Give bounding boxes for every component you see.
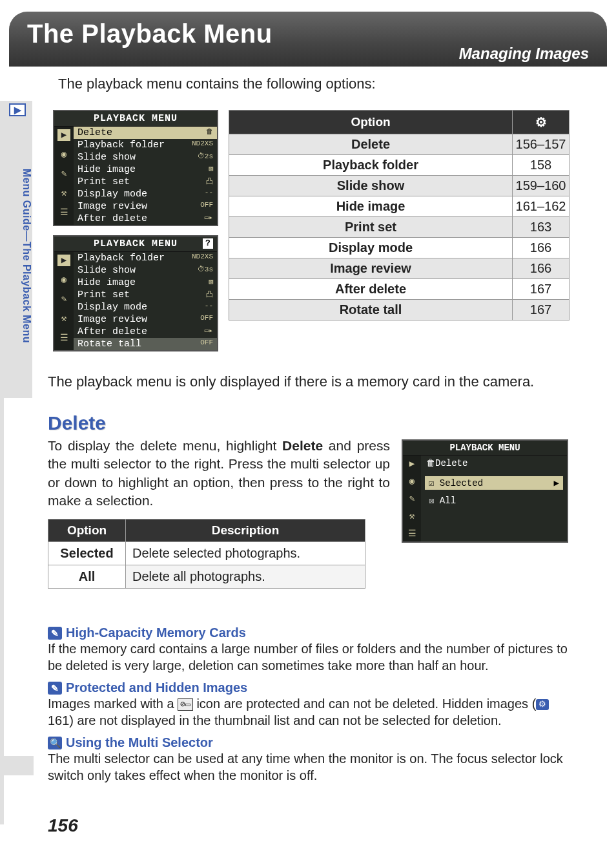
wrench-tab-icon: ⚒ [57,313,70,324]
menu-item: Image reviewOFF [74,313,217,326]
delete-submenu-title: 🗑Delete [425,457,563,472]
intro-text: The playback menu contains the following… [58,76,571,92]
help-icon: ? [203,238,213,249]
menu-item: Hide image▧ [74,163,217,176]
playback-menu-screenshot-1: PLAYBACK MENU ▶ ◉ ✎ ⚒ ☰ Delete🗑 Playback… [53,110,218,226]
menu-item: Print set凸 [74,176,217,188]
menu-item: Playback folderND2XS [74,139,217,151]
option-column-header: Option [229,110,513,134]
title-banner: The Playback Menu Managing Images [9,12,607,67]
table-row: Rotate tall167 [229,300,570,320]
table-row: Print set163 [229,217,570,238]
camera-tab-icon: ◉ [57,149,70,160]
menu-tabs-icons: ▶ ◉ ✎ ⚒ ☰ [403,456,421,541]
menu-item: Rotate tallOFF [74,338,217,350]
arrow-right-icon: ▶ [554,477,559,488]
menu-screenshots-column: PLAYBACK MENU ▶ ◉ ✎ ⚒ ☰ Delete🗑 Playback… [53,110,218,361]
note-text: The multi selector can be used at any ti… [48,750,571,784]
menu-tabs-icons: ▶ ◉ ✎ ⚒ ☰ [54,127,74,225]
menu-item: Delete🗑 [74,127,217,139]
camera-tab-icon: ◉ [57,274,70,286]
play-tab-icon: ▶ [57,255,70,266]
side-tab-label: Menu Guide—The Playback Menu [4,127,32,385]
description-header: Description [126,519,365,542]
wrench-tab-icon: ⚒ [57,187,70,199]
menu-item: Display mode-- [74,188,217,200]
menu-item: Image reviewOFF [74,200,217,213]
play-tab-icon: ▶ [57,129,70,141]
camera-tab-icon: ◉ [409,476,415,487]
table-row: Image review166 [229,258,570,279]
pencil-icon: ✎ [48,627,62,640]
page-column-header: ⚙ [513,110,570,134]
table-row: Playback folder158 [229,155,570,176]
play-tab-icon: ▶ [409,458,415,469]
menu-item: Hide image▧ [74,277,217,289]
delete-heading: Delete [48,412,616,434]
pencil-tab-icon: ✎ [57,293,70,305]
menu-item-selected: ☑ Selected▶ [425,476,563,490]
menu-tabs-icons: ▶ ◉ ✎ ⚒ ☰ [54,252,74,350]
delete-menu-screenshot: PLAYBACK MENU ▶ ◉ ✎ ⚒ ☰ 🗑Delete ☑ Select… [402,439,568,543]
note-title: 🔍Using the Multi Selector [48,735,571,750]
memory-card-note: The playback menu is only displayed if t… [48,372,571,392]
menu-item-all: ☒ All [425,494,563,507]
delete-paragraph: To display the delete menu, highlight De… [48,437,390,510]
menu-item: Slide show⏱3s [74,264,217,277]
menu-item: Playback folderND2XS [74,252,217,264]
table-row: All Delete all photographs. [48,565,365,589]
wrench-tab-icon: ⚒ [409,510,415,521]
pencil-tab-icon: ✎ [409,493,415,504]
menu-title: PLAYBACK MENU [403,441,567,456]
menu-title: PLAYBACK MENU [54,111,217,127]
magnify-icon: 🔍 [48,737,62,749]
options-table: Option ⚙ Delete156–157 Playback folder15… [229,110,570,320]
table-header: Option ⚙ [229,110,570,134]
table-row: After delete167 [229,279,570,300]
note-title: ✎High-Capacity Memory Cards [48,625,571,640]
menu-item: After delete▭▸ [74,213,217,225]
note-title: ✎Protected and Hidden Images [48,680,571,695]
recent-tab-icon: ☰ [57,207,70,218]
delete-options-table: Option Description Selected Delete selec… [48,519,365,589]
menu-items: Playback folderND2XS Slide show⏱3s Hide … [74,252,217,350]
table-header: Option Description [48,519,365,542]
recent-tab-icon: ☰ [408,528,416,539]
page-ref-icon: ⚙ [536,699,549,710]
table-row: Selected Delete selected photographs. [48,542,365,565]
playback-icon: ▶ [9,103,26,116]
menu-item: Display mode-- [74,301,217,313]
playback-menu-screenshot-2: PLAYBACK MENU ? ▶ ◉ ✎ ⚒ ☰ Playback folde… [53,235,218,351]
pencil-tab-icon: ✎ [57,168,70,180]
menu-item: Print set凸 [74,289,217,301]
recent-tab-icon: ☰ [57,332,70,344]
table-row: Display mode166 [229,238,570,258]
page-number: 156 [48,815,78,836]
notes-block: ✎High-Capacity Memory Cards If the memor… [0,619,616,784]
note-text: If the memory card contains a large numb… [48,640,571,674]
protect-icon: ⊘▭ [178,698,193,711]
note-text: Images marked with a ⊘▭ icon are protect… [48,695,571,729]
option-header: Option [48,519,126,542]
pencil-icon: ✎ [48,682,62,695]
menu-title: PLAYBACK MENU [54,236,217,252]
table-row: Slide show159–160 [229,176,570,196]
menu-item: Slide show⏱2s [74,151,217,163]
table-row: Delete156–157 [229,134,570,155]
table-row: Hide image161–162 [229,196,570,217]
menu-item: After delete▭▸ [74,326,217,338]
menu-items: Delete🗑 Playback folderND2XS Slide show⏱… [74,127,217,225]
side-tab: ▶ Menu Guide—The Playback Menu [4,101,32,398]
